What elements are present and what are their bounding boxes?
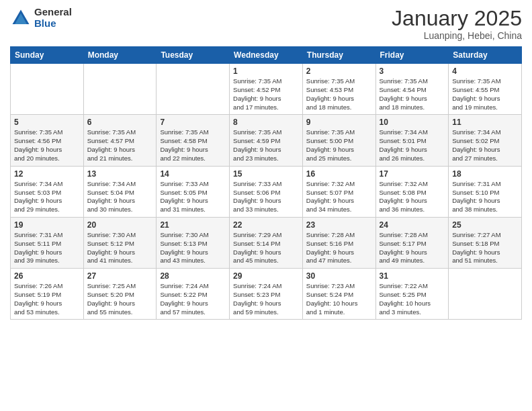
day-number: 19 (14, 220, 80, 230)
day-info: Sunrise: 7:24 AM Sunset: 5:22 PM Dayligh… (160, 282, 226, 316)
col-sunday: Sunday (11, 47, 84, 64)
day-number: 6 (87, 118, 153, 127)
day-cell-2-3: 7Sunrise: 7:35 AM Sunset: 4:58 PM Daylig… (157, 115, 230, 166)
logo-text: General Blue (34, 7, 72, 29)
day-cell-4-1: 19Sunrise: 7:31 AM Sunset: 5:11 PM Dayli… (11, 217, 84, 268)
day-info: Sunrise: 7:32 AM Sunset: 5:08 PM Dayligh… (380, 180, 445, 214)
day-cell-1-4: 1Sunrise: 7:35 AM Sunset: 4:52 PM Daylig… (230, 64, 303, 115)
day-cell-5-6: 31Sunrise: 7:22 AM Sunset: 5:25 PM Dayli… (375, 269, 449, 320)
day-number: 30 (306, 271, 372, 281)
week-row-3: 12Sunrise: 7:34 AM Sunset: 5:03 PM Dayli… (11, 166, 522, 217)
page: General Blue January 2025 Luanping, Hebe… (0, 0, 532, 411)
logo-blue-text: Blue (34, 18, 72, 30)
day-number: 24 (380, 220, 445, 230)
col-wednesday: Wednesday (230, 47, 303, 64)
day-cell-1-3 (157, 64, 230, 115)
day-cell-1-1 (11, 64, 84, 115)
day-info: Sunrise: 7:35 AM Sunset: 4:54 PM Dayligh… (380, 77, 445, 111)
calendar-subtitle: Luanping, Hebei, China (392, 30, 522, 41)
day-cell-5-4: 29Sunrise: 7:24 AM Sunset: 5:23 PM Dayli… (230, 269, 303, 320)
day-info: Sunrise: 7:34 AM Sunset: 5:01 PM Dayligh… (380, 128, 445, 163)
day-info: Sunrise: 7:24 AM Sunset: 5:23 PM Dayligh… (233, 282, 299, 316)
day-number: 7 (160, 118, 226, 127)
day-number: 17 (380, 169, 445, 179)
day-number: 27 (87, 271, 153, 281)
day-cell-5-7 (449, 269, 522, 320)
day-number: 21 (160, 220, 226, 230)
day-cell-4-6: 24Sunrise: 7:28 AM Sunset: 5:17 PM Dayli… (375, 217, 449, 268)
day-number: 11 (452, 118, 518, 127)
day-info: Sunrise: 7:35 AM Sunset: 4:59 PM Dayligh… (233, 128, 299, 163)
day-info: Sunrise: 7:30 AM Sunset: 5:12 PM Dayligh… (87, 231, 153, 265)
day-number: 29 (233, 271, 299, 281)
day-number: 2 (306, 66, 372, 76)
day-number: 13 (87, 169, 153, 179)
logo-general-text: General (34, 7, 72, 18)
day-number: 12 (14, 169, 80, 179)
day-cell-5-1: 26Sunrise: 7:26 AM Sunset: 5:19 PM Dayli… (11, 269, 84, 320)
day-cell-2-1: 5Sunrise: 7:35 AM Sunset: 4:56 PM Daylig… (11, 115, 84, 166)
day-cell-4-5: 23Sunrise: 7:28 AM Sunset: 5:16 PM Dayli… (302, 217, 375, 268)
day-cell-3-5: 16Sunrise: 7:32 AM Sunset: 5:07 PM Dayli… (302, 166, 375, 217)
day-number: 25 (452, 220, 518, 230)
day-info: Sunrise: 7:23 AM Sunset: 5:24 PM Dayligh… (306, 282, 372, 316)
day-info: Sunrise: 7:35 AM Sunset: 4:52 PM Dayligh… (233, 77, 299, 111)
day-cell-2-6: 10Sunrise: 7:34 AM Sunset: 5:01 PM Dayli… (375, 115, 449, 166)
day-info: Sunrise: 7:31 AM Sunset: 5:10 PM Dayligh… (452, 180, 518, 214)
day-info: Sunrise: 7:33 AM Sunset: 5:05 PM Dayligh… (160, 180, 226, 214)
day-info: Sunrise: 7:30 AM Sunset: 5:13 PM Dayligh… (160, 231, 226, 265)
day-number: 26 (14, 271, 80, 281)
header: General Blue January 2025 Luanping, Hebe… (10, 7, 522, 41)
day-number: 23 (306, 220, 372, 230)
day-info: Sunrise: 7:33 AM Sunset: 5:06 PM Dayligh… (233, 180, 299, 214)
day-info: Sunrise: 7:25 AM Sunset: 5:20 PM Dayligh… (87, 282, 153, 316)
day-number: 16 (306, 169, 372, 179)
day-number: 18 (452, 169, 518, 179)
day-cell-5-2: 27Sunrise: 7:25 AM Sunset: 5:20 PM Dayli… (83, 269, 157, 320)
day-number: 9 (306, 118, 372, 127)
day-number: 10 (380, 118, 445, 127)
day-info: Sunrise: 7:35 AM Sunset: 5:00 PM Dayligh… (306, 128, 372, 163)
week-row-1: 1Sunrise: 7:35 AM Sunset: 4:52 PM Daylig… (11, 64, 522, 115)
day-info: Sunrise: 7:35 AM Sunset: 4:57 PM Dayligh… (87, 128, 153, 163)
day-info: Sunrise: 7:34 AM Sunset: 5:02 PM Dayligh… (452, 128, 518, 163)
day-cell-4-3: 21Sunrise: 7:30 AM Sunset: 5:13 PM Dayli… (157, 217, 230, 268)
day-number: 3 (380, 66, 445, 76)
day-number: 1 (233, 66, 299, 76)
day-cell-1-6: 3Sunrise: 7:35 AM Sunset: 4:54 PM Daylig… (375, 64, 449, 115)
day-number: 22 (233, 220, 299, 230)
day-number: 20 (87, 220, 153, 230)
col-monday: Monday (83, 47, 157, 64)
calendar-header-row: Sunday Monday Tuesday Wednesday Thursday… (11, 47, 522, 64)
day-cell-4-2: 20Sunrise: 7:30 AM Sunset: 5:12 PM Dayli… (83, 217, 157, 268)
day-cell-1-2 (83, 64, 157, 115)
day-info: Sunrise: 7:35 AM Sunset: 4:56 PM Dayligh… (14, 128, 80, 163)
day-cell-3-4: 15Sunrise: 7:33 AM Sunset: 5:06 PM Dayli… (230, 166, 303, 217)
day-cell-3-2: 13Sunrise: 7:34 AM Sunset: 5:04 PM Dayli… (83, 166, 157, 217)
day-cell-2-7: 11Sunrise: 7:34 AM Sunset: 5:02 PM Dayli… (449, 115, 522, 166)
day-cell-3-7: 18Sunrise: 7:31 AM Sunset: 5:10 PM Dayli… (449, 166, 522, 217)
day-cell-4-4: 22Sunrise: 7:29 AM Sunset: 5:14 PM Dayli… (230, 217, 303, 268)
day-number: 14 (160, 169, 226, 179)
day-number: 8 (233, 118, 299, 127)
logo-icon (10, 7, 32, 29)
col-friday: Friday (375, 47, 449, 64)
week-row-4: 19Sunrise: 7:31 AM Sunset: 5:11 PM Dayli… (11, 217, 522, 268)
week-row-2: 5Sunrise: 7:35 AM Sunset: 4:56 PM Daylig… (11, 115, 522, 166)
title-block: January 2025 Luanping, Hebei, China (392, 7, 522, 41)
day-number: 4 (452, 66, 518, 76)
day-info: Sunrise: 7:28 AM Sunset: 5:16 PM Dayligh… (306, 231, 372, 265)
day-cell-3-3: 14Sunrise: 7:33 AM Sunset: 5:05 PM Dayli… (157, 166, 230, 217)
day-info: Sunrise: 7:29 AM Sunset: 5:14 PM Dayligh… (233, 231, 299, 265)
day-number: 31 (380, 271, 445, 281)
day-info: Sunrise: 7:34 AM Sunset: 5:04 PM Dayligh… (87, 180, 153, 214)
day-number: 28 (160, 271, 226, 281)
day-info: Sunrise: 7:32 AM Sunset: 5:07 PM Dayligh… (306, 180, 372, 214)
day-info: Sunrise: 7:27 AM Sunset: 5:18 PM Dayligh… (452, 231, 518, 265)
col-saturday: Saturday (449, 47, 522, 64)
day-cell-3-1: 12Sunrise: 7:34 AM Sunset: 5:03 PM Dayli… (11, 166, 84, 217)
day-info: Sunrise: 7:26 AM Sunset: 5:19 PM Dayligh… (14, 282, 80, 316)
day-info: Sunrise: 7:22 AM Sunset: 5:25 PM Dayligh… (380, 282, 445, 316)
col-tuesday: Tuesday (157, 47, 230, 64)
week-row-5: 26Sunrise: 7:26 AM Sunset: 5:19 PM Dayli… (11, 269, 522, 320)
